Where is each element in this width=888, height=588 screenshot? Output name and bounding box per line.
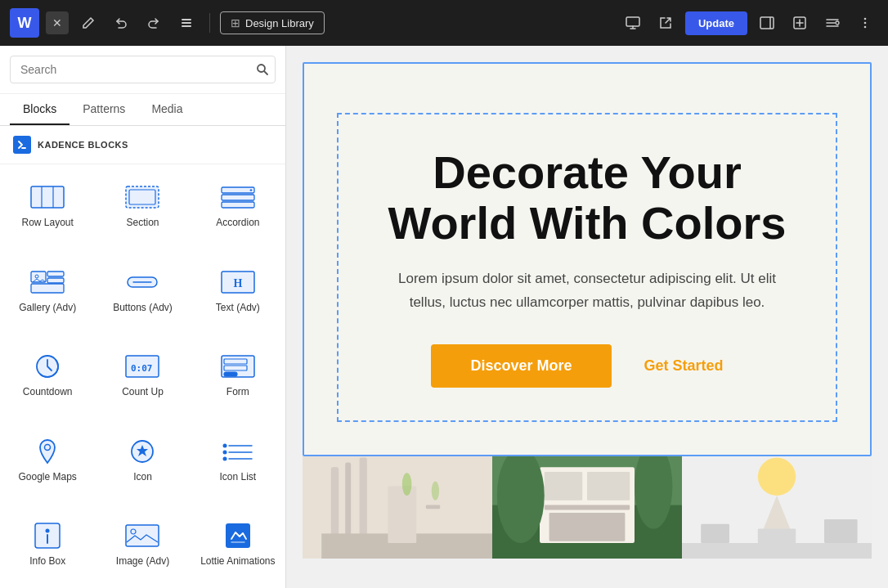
block-row-layout[interactable]: Row Layout bbox=[0, 164, 95, 249]
svg-rect-78 bbox=[824, 519, 858, 543]
more-options-icon bbox=[859, 16, 872, 29]
section-icon bbox=[125, 184, 159, 210]
block-image-adv[interactable]: Image (Adv) bbox=[95, 503, 190, 588]
svg-point-47 bbox=[222, 456, 226, 460]
tools-icon bbox=[825, 16, 840, 29]
svg-rect-0 bbox=[182, 19, 191, 20]
hero-title: Decorate Your World With Colors bbox=[388, 147, 787, 248]
row-layout-icon bbox=[30, 184, 65, 210]
svg-rect-74 bbox=[682, 543, 872, 559]
text-adv-label: Text (Adv) bbox=[216, 302, 260, 315]
lottie-label: Lottie Animations bbox=[200, 555, 275, 568]
toolbar: W ✕ bbox=[0, 0, 888, 46]
redo-button[interactable] bbox=[141, 10, 167, 36]
sidebar-toggle-button[interactable] bbox=[754, 10, 780, 36]
block-accordion[interactable]: Accordion bbox=[191, 164, 285, 249]
external-button[interactable] bbox=[653, 10, 679, 36]
list-view-button[interactable] bbox=[173, 10, 200, 36]
svg-text:0:07: 0:07 bbox=[131, 363, 153, 374]
block-text-adv[interactable]: H Text (Adv) bbox=[191, 249, 285, 334]
kadence-header: KADENCE BLOCKS bbox=[0, 126, 285, 164]
svg-point-13 bbox=[864, 26, 867, 29]
block-buttons[interactable]: Buttons (Adv) bbox=[95, 249, 190, 334]
update-button[interactable]: Update bbox=[685, 11, 747, 35]
pencil-button[interactable] bbox=[75, 10, 101, 36]
block-gallery[interactable]: Gallery (Adv) bbox=[0, 249, 95, 334]
svg-rect-27 bbox=[31, 284, 64, 293]
sidebar-icon bbox=[760, 16, 774, 29]
svg-rect-69 bbox=[545, 505, 630, 510]
edit-mode-button[interactable] bbox=[787, 10, 813, 36]
svg-rect-21 bbox=[222, 187, 254, 193]
accordion-label: Accordion bbox=[216, 217, 259, 230]
get-started-button[interactable]: Get Started bbox=[625, 344, 743, 388]
svg-point-50 bbox=[46, 529, 50, 533]
countdown-label: Countdown bbox=[23, 386, 73, 399]
svg-rect-52 bbox=[126, 525, 159, 546]
svg-rect-61 bbox=[426, 505, 440, 509]
svg-rect-68 bbox=[587, 472, 630, 500]
google-maps-label: Google Maps bbox=[18, 471, 76, 484]
svg-point-10 bbox=[836, 21, 839, 25]
block-google-maps[interactable]: Google Maps bbox=[0, 419, 95, 504]
undo-button[interactable] bbox=[108, 10, 134, 36]
search-icon bbox=[256, 63, 269, 76]
close-icon: ✕ bbox=[52, 16, 62, 29]
design-library-button[interactable]: ⊞ Design Library bbox=[220, 11, 325, 34]
hero-desc: Lorem ipsum dolor sit amet, consectetur … bbox=[388, 267, 787, 315]
block-section[interactable]: Section bbox=[95, 164, 190, 249]
info-box-label: Info Box bbox=[29, 555, 65, 568]
photo-3 bbox=[682, 456, 872, 559]
svg-rect-4 bbox=[760, 17, 774, 29]
search-icon-button[interactable] bbox=[256, 63, 269, 76]
google-maps-icon bbox=[30, 438, 65, 465]
more-options-button[interactable] bbox=[852, 10, 878, 36]
block-icon-list[interactable]: Icon List bbox=[191, 419, 285, 504]
external-icon bbox=[659, 16, 672, 29]
svg-rect-57 bbox=[345, 462, 351, 543]
block-lottie[interactable]: Lottie Animations bbox=[191, 503, 285, 588]
svg-point-63 bbox=[432, 482, 439, 500]
redo-icon bbox=[147, 16, 160, 29]
buttons-label: Buttons (Adv) bbox=[113, 302, 173, 315]
search-input[interactable] bbox=[10, 56, 276, 83]
design-library-label: Design Library bbox=[245, 17, 314, 29]
svg-point-45 bbox=[222, 450, 226, 454]
update-label: Update bbox=[698, 17, 734, 29]
photos-row bbox=[303, 456, 872, 559]
count-up-label: Count Up bbox=[122, 386, 164, 399]
image-adv-icon bbox=[125, 523, 159, 549]
lottie-icon bbox=[221, 523, 255, 549]
tools-button[interactable] bbox=[819, 10, 845, 36]
design-library-icon: ⊞ bbox=[231, 16, 240, 29]
svg-rect-22 bbox=[222, 195, 254, 200]
row-layout-label: Row Layout bbox=[21, 217, 73, 230]
block-info-box[interactable]: Info Box bbox=[0, 503, 95, 588]
hero-section: Decorate Your World With Colors Lorem ip… bbox=[303, 62, 872, 456]
svg-rect-23 bbox=[222, 202, 254, 208]
gallery-icon bbox=[30, 269, 65, 295]
discover-more-button[interactable]: Discover More bbox=[431, 344, 611, 388]
monitor-button[interactable] bbox=[620, 10, 646, 36]
svg-rect-1 bbox=[182, 22, 191, 24]
toolbar-separator bbox=[209, 13, 210, 33]
block-count-up[interactable]: 0:07 Count Up bbox=[95, 334, 190, 419]
icon-label: Icon bbox=[133, 471, 152, 484]
tab-blocks[interactable]: Blocks bbox=[10, 94, 70, 125]
block-countdown[interactable]: Countdown bbox=[0, 334, 95, 419]
sidebar: Blocks Patterns Media KADENCE BLOCKS bbox=[0, 46, 286, 588]
svg-rect-70 bbox=[549, 513, 626, 541]
block-form[interactable]: Form bbox=[191, 334, 285, 419]
tab-media[interactable]: Media bbox=[138, 94, 195, 125]
block-icon[interactable]: Icon bbox=[95, 419, 190, 504]
svg-rect-77 bbox=[701, 524, 729, 543]
svg-text:H: H bbox=[233, 277, 242, 290]
svg-rect-3 bbox=[626, 17, 639, 26]
wp-logo[interactable]: W bbox=[10, 8, 39, 38]
count-up-icon: 0:07 bbox=[125, 353, 159, 379]
tab-patterns[interactable]: Patterns bbox=[70, 94, 138, 125]
svg-rect-2 bbox=[182, 25, 191, 27]
close-button[interactable]: ✕ bbox=[46, 11, 69, 34]
icon-block-icon bbox=[125, 438, 159, 465]
svg-rect-58 bbox=[360, 458, 367, 543]
